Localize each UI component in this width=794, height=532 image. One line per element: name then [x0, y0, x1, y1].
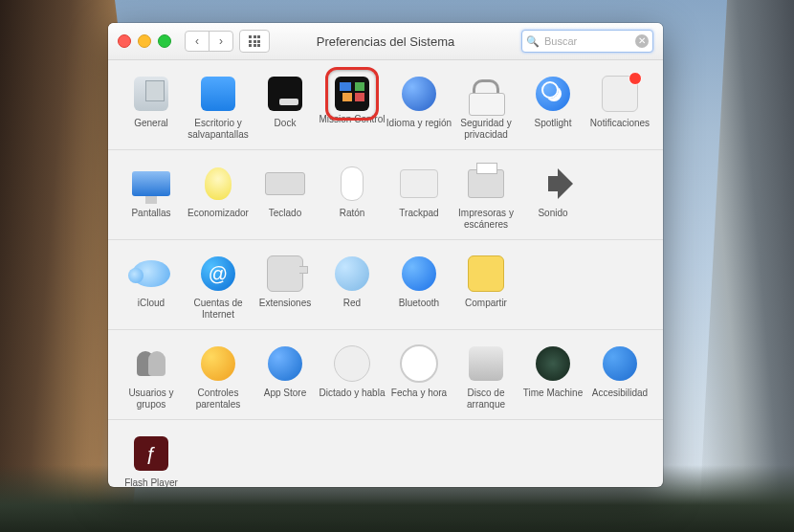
pref-trackpad[interactable]: Trackpad: [386, 164, 452, 230]
pref-network[interactable]: Red: [319, 254, 386, 320]
pref-extensions[interactable]: Extensiones: [252, 254, 319, 320]
clear-search-button[interactable]: ✕: [635, 34, 649, 48]
pref-appstore[interactable]: App Store: [252, 344, 319, 410]
search-icon: 🔍: [526, 35, 540, 48]
grid-icon: [249, 35, 260, 47]
pref-mission-control[interactable]: Mission Control: [319, 74, 386, 140]
keyboard-icon: [265, 172, 305, 195]
search-input[interactable]: [542, 34, 635, 48]
puzzle-icon: [267, 255, 303, 292]
mouse-icon: [341, 166, 364, 201]
pref-flash-player[interactable]: ƒFlash Player: [118, 433, 185, 487]
forward-button[interactable]: ›: [209, 32, 232, 51]
pref-general[interactable]: General: [118, 74, 185, 140]
section-thirdparty: ƒFlash Player: [108, 419, 663, 487]
cloud-icon: [132, 260, 170, 287]
show-all-button[interactable]: [239, 30, 270, 53]
spotlight-icon: [536, 77, 570, 111]
system-preferences-window: ‹ › Preferencias del Sistema 🔍 ✕ General…: [108, 23, 663, 487]
pref-notifications[interactable]: Notificaciones: [586, 74, 653, 140]
speaker-icon: [548, 176, 558, 191]
appstore-icon: [268, 346, 302, 381]
disk-icon: [469, 346, 503, 381]
pref-time-machine[interactable]: Time Machine: [519, 344, 586, 410]
users-icon: [137, 351, 165, 376]
globe-icon: [402, 77, 436, 111]
accessibility-icon: [603, 346, 637, 381]
pref-sound[interactable]: Sonido: [519, 164, 586, 230]
pref-dock[interactable]: Dock: [252, 74, 319, 140]
pref-security[interactable]: Seguridad y privacidad: [452, 74, 519, 140]
printer-icon: [468, 169, 504, 198]
folder-share-icon: [468, 255, 504, 292]
pref-sharing[interactable]: Compartir: [452, 254, 519, 320]
prefs-body: General Escritorio y salvapantallas Dock…: [108, 60, 663, 487]
pref-icloud[interactable]: iCloud: [118, 254, 185, 320]
pref-users[interactable]: Usuarios y grupos: [118, 344, 185, 410]
microphone-icon: [334, 345, 370, 382]
lightbulb-icon: [205, 167, 232, 200]
pref-printers[interactable]: Impresoras y escáneres: [452, 164, 519, 230]
minimize-button[interactable]: [138, 34, 151, 48]
pref-bluetooth[interactable]: Bluetooth: [386, 254, 452, 320]
window-controls: [118, 34, 171, 48]
pref-startup-disk[interactable]: Disco de arranque: [452, 344, 519, 410]
house-lock-icon: [473, 79, 499, 94]
flash-icon: ƒ: [134, 436, 168, 471]
network-globe-icon: [335, 256, 369, 291]
pref-parental[interactable]: Controles parentales: [185, 344, 252, 410]
bluetooth-icon: [402, 256, 436, 291]
pref-energy[interactable]: Economizador: [185, 164, 252, 230]
dock-icon: [268, 77, 302, 111]
pref-desktop[interactable]: Escritorio y salvapantallas: [185, 74, 252, 140]
pref-datetime[interactable]: Fecha y hora: [386, 344, 452, 410]
pref-language[interactable]: Idioma y región: [386, 74, 452, 140]
search-field[interactable]: 🔍 ✕: [521, 30, 653, 53]
pref-mouse[interactable]: Ratón: [319, 164, 386, 230]
back-button[interactable]: ‹: [186, 32, 209, 51]
display-icon: [132, 171, 170, 196]
at-sign-icon: @: [201, 256, 235, 291]
pref-accessibility[interactable]: Accesibilidad: [586, 344, 653, 410]
section-personal: General Escritorio y salvapantallas Dock…: [108, 60, 663, 149]
pref-internet-accounts[interactable]: @Cuentas de Internet: [185, 254, 252, 320]
clock-calendar-icon: [400, 344, 438, 383]
titlebar: ‹ › Preferencias del Sistema 🔍 ✕: [108, 23, 663, 60]
pref-spotlight[interactable]: Spotlight: [519, 74, 586, 140]
pref-keyboard[interactable]: Teclado: [252, 164, 319, 230]
section-system: Usuarios y grupos Controles parentales A…: [108, 329, 663, 419]
mission-control-icon: [335, 77, 369, 111]
trackpad-icon: [400, 169, 438, 198]
section-hardware: Pantallas Economizador Teclado Ratón Tra…: [108, 149, 663, 239]
desktop-icon: [201, 77, 235, 111]
nav-segment: ‹ ›: [185, 31, 233, 52]
general-icon: [134, 77, 168, 111]
time-machine-icon: [536, 346, 570, 381]
pref-displays[interactable]: Pantallas: [118, 164, 185, 230]
parental-icon: [201, 346, 235, 381]
close-button[interactable]: [118, 34, 131, 48]
notification-badge: [629, 72, 642, 85]
section-internet: iCloud @Cuentas de Internet Extensiones …: [108, 239, 663, 329]
pref-dictation[interactable]: Dictado y habla: [319, 344, 386, 410]
zoom-button[interactable]: [158, 34, 171, 48]
